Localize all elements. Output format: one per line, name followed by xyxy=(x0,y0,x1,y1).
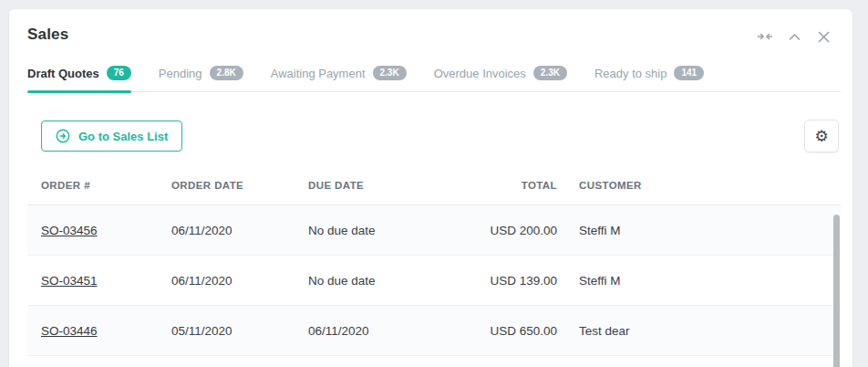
tab-bar: Draft Quotes 76 Pending 2.8K Awaiting Pa… xyxy=(27,66,841,92)
sales-widget-card: Sales Draft Quotes 76 xyxy=(9,9,852,367)
tab-label: Pending xyxy=(159,67,202,80)
collapse-horizontal-icon[interactable] xyxy=(758,29,772,44)
chevron-up-icon[interactable] xyxy=(787,29,801,44)
widget-title: Sales xyxy=(27,26,68,44)
total-cell: USD 200.00 xyxy=(463,224,563,237)
widget-header: Sales xyxy=(9,9,852,44)
order-date-cell: 05/11/2020 xyxy=(171,324,308,338)
tab-count-badge: 141 xyxy=(674,66,704,80)
due-date-cell: No due date xyxy=(308,274,463,288)
tab-ready-to-ship[interactable]: Ready to ship 141 xyxy=(594,66,704,91)
col-header-customer: CUSTOMER xyxy=(563,180,841,191)
tab-count-badge: 2.3K xyxy=(533,66,567,80)
order-number-link[interactable]: SO-03451 xyxy=(41,274,98,288)
customer-cell: Steffi M xyxy=(563,274,841,288)
total-cell: USD 139.00 xyxy=(463,274,563,288)
table-row: SO-03456 06/11/2020 No due date USD 200.… xyxy=(27,205,841,256)
total-cell: USD 650.00 xyxy=(463,324,563,338)
tab-label: Overdue Invoices xyxy=(434,67,526,80)
order-number-link[interactable]: SO-03456 xyxy=(41,224,98,237)
due-date-cell: 06/11/2020 xyxy=(308,324,463,338)
tab-pending[interactable]: Pending 2.8K xyxy=(159,66,243,91)
due-date-cell: No due date xyxy=(308,224,463,237)
tab-count-badge: 2.3K xyxy=(373,66,407,80)
go-to-sales-list-button[interactable]: Go to Sales List xyxy=(41,121,182,152)
go-to-sales-list-label: Go to Sales List xyxy=(78,130,168,143)
tab-count-badge: 76 xyxy=(107,66,131,80)
tab-label: Ready to ship xyxy=(594,67,667,80)
tab-awaiting-payment[interactable]: Awaiting Payment 2.3K xyxy=(271,66,407,91)
tab-draft-quotes[interactable]: Draft Quotes 76 xyxy=(27,66,131,91)
col-header-due-date: DUE DATE xyxy=(308,180,463,191)
window-controls xyxy=(758,29,831,44)
order-date-cell: 06/11/2020 xyxy=(171,274,308,288)
toolbar: Go to Sales List ⚙ xyxy=(41,120,839,152)
table-header-row: ORDER # ORDER DATE DUE DATE TOTAL CUSTOM… xyxy=(27,165,841,205)
table-scrollbar-thumb[interactable] xyxy=(833,215,840,367)
col-header-order-no: ORDER # xyxy=(27,180,171,191)
table-body: SO-03456 06/11/2020 No due date USD 200.… xyxy=(27,205,841,356)
gear-icon: ⚙ xyxy=(814,129,828,144)
tab-overdue-invoices[interactable]: Overdue Invoices 2.3K xyxy=(434,66,567,91)
customer-cell: Test dear xyxy=(563,324,841,338)
tab-count-badge: 2.8K xyxy=(210,66,243,80)
col-header-total: TOTAL xyxy=(463,180,563,191)
tab-label: Awaiting Payment xyxy=(271,67,366,80)
close-icon[interactable] xyxy=(816,29,831,44)
customer-cell: Steffi M xyxy=(563,224,841,237)
circle-arrow-right-icon xyxy=(56,129,70,143)
order-number-link[interactable]: SO-03446 xyxy=(41,324,98,338)
table-row: SO-03451 06/11/2020 No due date USD 139.… xyxy=(27,256,841,306)
orders-table: ORDER # ORDER DATE DUE DATE TOTAL CUSTOM… xyxy=(27,165,841,356)
settings-gear-button[interactable]: ⚙ xyxy=(804,120,839,152)
tab-label: Draft Quotes xyxy=(27,67,99,80)
col-header-order-date: ORDER DATE xyxy=(171,180,308,191)
table-row: SO-03446 05/11/2020 06/11/2020 USD 650.0… xyxy=(27,306,841,356)
order-date-cell: 06/11/2020 xyxy=(171,224,308,237)
